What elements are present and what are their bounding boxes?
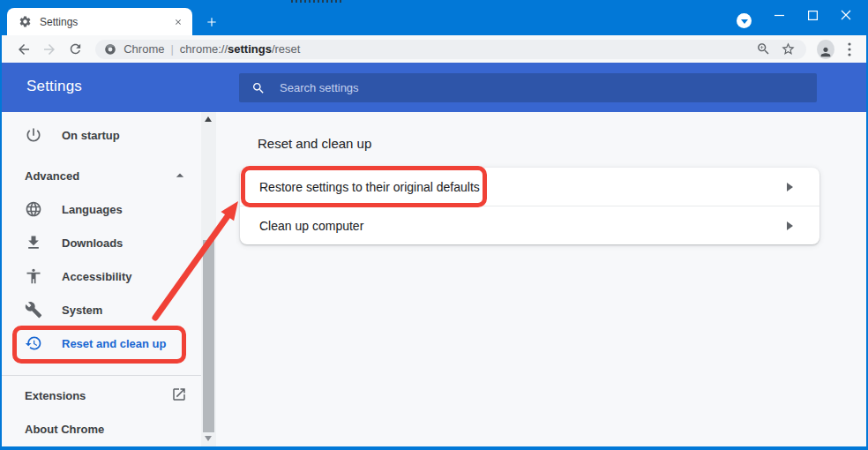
history-icon: [25, 334, 42, 352]
sidebar-divider: [2, 375, 201, 376]
clipped-text-artifact: [291, 0, 344, 3]
search-icon: [251, 81, 266, 95]
row-clean-up-computer[interactable]: Clean up computer: [240, 206, 819, 244]
scrollbar-down-arrow-icon[interactable]: [205, 436, 212, 441]
sidebar-item-system[interactable]: System: [2, 293, 201, 326]
sidebar-item-on-startup[interactable]: On startup: [2, 118, 201, 152]
sidebar-item-downloads[interactable]: Downloads: [2, 226, 201, 259]
settings-gear-icon: [19, 15, 32, 28]
scrollbar-thumb[interactable]: [203, 240, 214, 432]
scrollbar-up-arrow-icon[interactable]: [205, 116, 212, 122]
profile-avatar[interactable]: [817, 40, 834, 59]
maximize-button[interactable]: [796, 0, 829, 30]
open-in-new-icon: [171, 386, 189, 404]
sidebar-item-languages[interactable]: Languages: [2, 192, 201, 226]
omnibox-site-label: Chrome: [123, 42, 164, 56]
sidebar-item-label: Reset and clean up: [62, 337, 166, 350]
main-pane: Reset and clean up Restore settings to t…: [216, 112, 866, 446]
chrome-page-icon: [104, 43, 116, 56]
row-label: Clean up computer: [259, 219, 363, 233]
sidebar-scrollbar[interactable]: [201, 112, 216, 446]
search-input[interactable]: [280, 81, 777, 94]
browser-menu-icon[interactable]: [842, 40, 857, 59]
tab-strip: Settings: [0, 0, 868, 35]
sidebar-item-label: Advanced: [25, 169, 79, 183]
sidebar-item-label: Accessibility: [62, 270, 132, 283]
omnibox-url-host: settings: [228, 42, 272, 56]
settings-search-box[interactable]: [239, 73, 817, 102]
wrench-icon: [25, 301, 42, 319]
settings-header: Settings: [2, 63, 866, 112]
power-icon: [25, 126, 42, 144]
chevron-right-icon: [787, 183, 793, 191]
globe-icon: [25, 200, 42, 218]
section-title: Reset and clean up: [258, 136, 371, 151]
browser-toolbar: Chrome | chrome:// settings /reset: [2, 35, 866, 63]
sidebar-item-label: Extensions: [25, 389, 86, 402]
tab-scroll-indicator-icon[interactable]: [737, 13, 752, 28]
browser-window: Settings: [0, 0, 868, 450]
sidebar-item-label: About Chrome: [25, 423, 104, 436]
sidebar-item-label: On startup: [62, 129, 120, 142]
sidebar-item-label: Languages: [62, 203, 123, 216]
bookmark-star-icon[interactable]: [778, 40, 797, 59]
chevron-right-icon: [787, 221, 793, 230]
tab-close-icon[interactable]: [171, 15, 185, 29]
reload-icon[interactable]: [65, 38, 86, 61]
tab-settings[interactable]: Settings: [7, 8, 192, 35]
sidebar-item-label: Downloads: [62, 236, 123, 250]
forward-icon[interactable]: [39, 38, 59, 61]
omnibox[interactable]: Chrome | chrome:// settings /reset: [95, 40, 806, 59]
omnibox-url-scheme: chrome://: [180, 42, 228, 56]
download-icon: [25, 234, 42, 251]
sidebar-item-advanced[interactable]: Advanced: [2, 159, 201, 192]
sidebar-item-reset-and-clean-up[interactable]: Reset and clean up: [2, 326, 201, 360]
back-icon[interactable]: [13, 38, 34, 61]
chevron-up-icon: [171, 167, 189, 184]
sidebar-item-label: System: [62, 304, 102, 317]
close-window-button[interactable]: [829, 0, 863, 30]
row-label: Restore settings to their original defau…: [259, 180, 480, 194]
settings-sidebar: On startup Advanced Languages: [2, 112, 201, 446]
tab-title: Settings: [40, 16, 171, 28]
sidebar-item-extensions[interactable]: Extensions: [2, 379, 201, 412]
row-restore-settings[interactable]: Restore settings to their original defau…: [240, 168, 819, 206]
sidebar-item-accessibility[interactable]: Accessibility: [2, 259, 201, 293]
window-controls: [762, 0, 863, 30]
zoom-in-icon[interactable]: [753, 40, 773, 59]
new-tab-button[interactable]: [204, 14, 220, 30]
omnibox-url-path: /reset: [272, 42, 301, 56]
sidebar-item-about-chrome[interactable]: About Chrome: [2, 412, 201, 446]
settings-content: On startup Advanced Languages: [2, 112, 866, 446]
reset-card: Restore settings to their original defau…: [240, 168, 819, 244]
omnibox-separator: |: [170, 42, 173, 56]
minimize-button[interactable]: [762, 0, 796, 30]
accessibility-icon: [25, 267, 42, 285]
page-title: Settings: [26, 78, 82, 95]
